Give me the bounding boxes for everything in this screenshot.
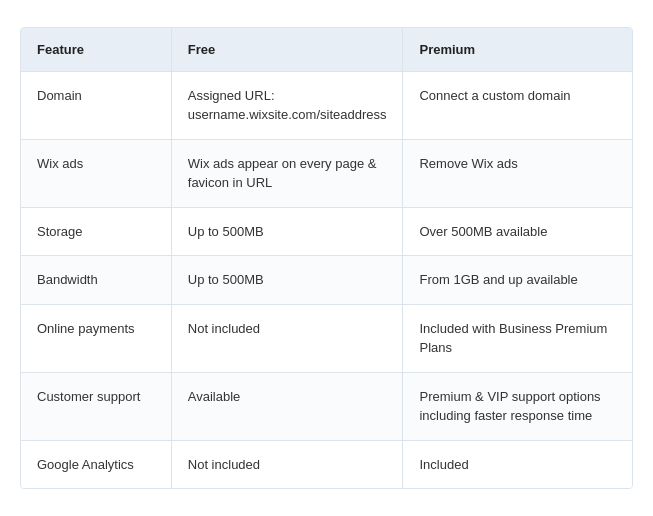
cell-premium: Premium & VIP support options including … xyxy=(403,372,632,440)
table-row: Customer supportAvailablePremium & VIP s… xyxy=(21,372,632,440)
cell-premium: Over 500MB available xyxy=(403,207,632,256)
cell-feature: Customer support xyxy=(21,372,171,440)
cell-feature: Bandwidth xyxy=(21,256,171,305)
cell-feature: Domain xyxy=(21,71,171,139)
cell-premium: Included xyxy=(403,440,632,488)
cell-feature: Storage xyxy=(21,207,171,256)
cell-free: Wix ads appear on every page & favicon i… xyxy=(171,139,403,207)
cell-free: Assigned URL: username.wixsite.com/sitea… xyxy=(171,71,403,139)
table-row: Wix adsWix ads appear on every page & fa… xyxy=(21,139,632,207)
cell-free: Available xyxy=(171,372,403,440)
header-premium: Premium xyxy=(403,28,632,72)
table-row: StorageUp to 500MBOver 500MB available xyxy=(21,207,632,256)
header-feature: Feature xyxy=(21,28,171,72)
cell-feature: Wix ads xyxy=(21,139,171,207)
cell-free: Up to 500MB xyxy=(171,256,403,305)
cell-feature: Google Analytics xyxy=(21,440,171,488)
table-row: BandwidthUp to 500MBFrom 1GB and up avai… xyxy=(21,256,632,305)
cell-free: Up to 500MB xyxy=(171,207,403,256)
header-free: Free xyxy=(171,28,403,72)
cell-premium: Connect a custom domain xyxy=(403,71,632,139)
table-row: Google AnalyticsNot includedIncluded xyxy=(21,440,632,488)
cell-premium: Included with Business Premium Plans xyxy=(403,304,632,372)
cell-free: Not included xyxy=(171,440,403,488)
cell-free: Not included xyxy=(171,304,403,372)
cell-premium: From 1GB and up available xyxy=(403,256,632,305)
cell-feature: Online payments xyxy=(21,304,171,372)
table-row: Online paymentsNot includedIncluded with… xyxy=(21,304,632,372)
table-header-row: Feature Free Premium xyxy=(21,28,632,72)
comparison-table: Feature Free Premium DomainAssigned URL:… xyxy=(20,27,633,490)
table-row: DomainAssigned URL: username.wixsite.com… xyxy=(21,71,632,139)
cell-premium: Remove Wix ads xyxy=(403,139,632,207)
